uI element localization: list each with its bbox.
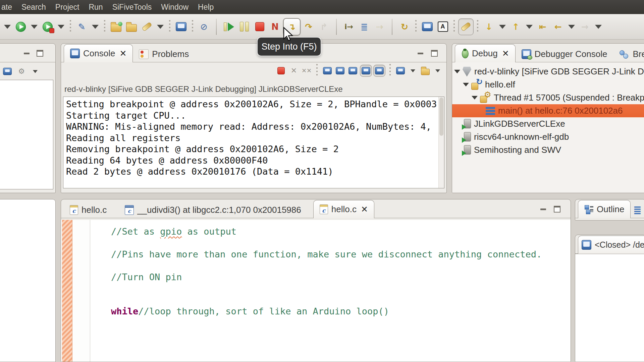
resume-button[interactable] (221, 19, 236, 35)
show-stdout-toggle[interactable] (360, 65, 372, 77)
verbose-mode-toggle[interactable]: A (435, 19, 450, 35)
tab-problems[interactable]: Problems (133, 46, 195, 62)
editor-panel: chello.cc__udivdi3() at libgcc2.c:1,070 … (61, 199, 571, 362)
word-wrap-toggle[interactable] (347, 65, 359, 76)
maximize-button[interactable] (552, 205, 562, 214)
menu-item-window[interactable]: Window (156, 3, 193, 12)
debug-tree-row[interactable]: riscv64-unknown-elf-gdb (452, 130, 644, 143)
close-tab-icon[interactable]: ✕ (361, 204, 368, 214)
run-dropdown[interactable] (29, 19, 40, 35)
open-console-view-button[interactable] (174, 19, 189, 35)
minimize-button[interactable] (21, 49, 32, 58)
menu-item-ate[interactable]: ate (1, 3, 17, 12)
tab-terminal[interactable]: <Closed> /de (578, 236, 644, 254)
previous-annotation-button[interactable]: ↑ (508, 19, 523, 35)
remove-launch-button[interactable]: ✕ (288, 65, 300, 76)
terminal-content[interactable] (575, 254, 644, 362)
separator (392, 19, 392, 35)
sort-icon[interactable]: ≣ (633, 204, 642, 216)
step-over-button-icon: ↷ (305, 22, 312, 31)
close-tab-icon[interactable]: ✕ (502, 49, 509, 58)
code-line (111, 283, 542, 294)
previous-annotation-dropdown[interactable] (524, 19, 535, 35)
next-annotation-button[interactable]: ↓ (482, 19, 496, 35)
run-button[interactable] (13, 19, 28, 35)
new-launch-config-button[interactable]: ✎ (74, 19, 89, 35)
back-dropdown[interactable] (566, 19, 577, 35)
restart-button[interactable]: ↻ (397, 19, 412, 35)
step-return-button[interactable]: ↱ (317, 19, 331, 35)
flashlight-button[interactable] (140, 19, 154, 35)
display-selected-console-button[interactable] (395, 65, 406, 76)
scroll-lock-toggle[interactable] (334, 65, 346, 76)
debug-tree-row[interactable]: red-v-blinky [SiFive GDB SEGGER J-Link D… (452, 65, 644, 78)
launch-config-dropdown[interactable] (90, 19, 101, 35)
left-view-icon-1[interactable] (2, 66, 13, 77)
console-scrollbar[interactable] (438, 97, 444, 188)
suspend-button[interactable] (237, 19, 252, 35)
skip-all-breakpoints-toggle[interactable]: ⊘ (197, 19, 211, 35)
tab-hello-c-active[interactable]: chello.c✕ (313, 200, 374, 218)
forward-dropdown[interactable] (593, 19, 604, 35)
code-editor[interactable]: metal_gpio_disable_input(led0, 5); //Set… (61, 220, 571, 362)
remove-all-launches-button[interactable]: ✕✕ (301, 65, 312, 76)
debug-tree-row[interactable]: Semihosting and SWV (452, 143, 644, 157)
debug-tree-row[interactable]: main() at hello.c:76 0x200102a6 (452, 104, 644, 117)
left-view-menu-dropdown[interactable] (30, 66, 41, 77)
expand-arrow-icon[interactable] (463, 83, 469, 86)
close-tab-icon[interactable]: ✕ (119, 49, 126, 58)
tab-debugger-console[interactable]: Debugger Console (516, 46, 613, 62)
open-console-dropdown[interactable] (432, 65, 443, 76)
menu-item-sifivetools[interactable]: SiFiveTools (108, 3, 157, 12)
debug-button[interactable] (40, 19, 55, 35)
left-bottom-panel[interactable] (0, 199, 56, 362)
expand-arrow-icon[interactable] (454, 70, 460, 73)
tab-breakpoints[interactable]: Bre (613, 46, 644, 62)
last-edit-location-button[interactable]: ⇤ (535, 19, 550, 35)
expand-arrow-icon[interactable] (472, 96, 478, 100)
left-view-icon-1-icon (3, 68, 12, 75)
step-over-button[interactable]: ↷ (301, 19, 316, 35)
minimize-button[interactable] (415, 49, 426, 58)
instruction-stepping-toggle[interactable]: ≣ (357, 19, 372, 35)
next-annotation-dropdown[interactable] (497, 19, 508, 35)
tab-outline[interactable]: Outline (578, 200, 631, 218)
tab-udivdi3[interactable]: c__udivdi3() at libgcc2.c:1,070 0x200159… (119, 202, 307, 218)
maximize-button[interactable] (35, 49, 45, 58)
instruction-step-button[interactable]: i→ (341, 19, 356, 35)
terminate-console-button[interactable] (275, 65, 287, 76)
flashlight-dropdown[interactable] (155, 19, 166, 35)
debug-tree-row[interactable]: hello.elf (452, 78, 644, 91)
tab-hello-c-1[interactable]: chello.c (64, 202, 113, 218)
use-step-filters-toggle[interactable]: ⇢ (372, 19, 387, 35)
highlight-toggle-button[interactable] (458, 18, 474, 35)
forward-button[interactable]: → (578, 19, 592, 35)
menu-item-help[interactable]: Help (193, 3, 218, 12)
debug-tree-row[interactable]: Thread #1 57005 (Suspended : Breakpo (452, 91, 644, 104)
menu-item-run[interactable]: Run (84, 3, 107, 12)
pin-console-toggle[interactable] (373, 65, 385, 77)
new-wizard-dropdown[interactable] (2, 19, 13, 35)
open-project-button[interactable] (124, 19, 139, 35)
debug-tree-row[interactable]: JLinkGDBServerCLExe (452, 117, 644, 130)
tab-console[interactable]: Console✕ (64, 44, 133, 62)
menu-item-project[interactable]: Project (51, 3, 84, 12)
open-run-config-button[interactable] (109, 19, 123, 35)
menu-item-search[interactable]: Search (17, 3, 51, 12)
minimize-button[interactable] (538, 205, 548, 214)
maximize-button[interactable] (429, 49, 440, 58)
terminate-button[interactable] (252, 19, 267, 35)
display-console-dropdown[interactable] (408, 65, 418, 76)
new-console-button[interactable] (420, 19, 435, 35)
previous-annotation-dropdown-icon (526, 25, 533, 29)
code-text[interactable]: metal_gpio_disable_input(led0, 5); //Set… (111, 220, 542, 317)
disconnect-button[interactable]: N (268, 19, 282, 35)
left-view-content[interactable] (0, 80, 53, 189)
clear-console-button[interactable] (322, 65, 333, 76)
back-button[interactable]: ← (551, 19, 566, 35)
left-view-icon-2[interactable]: ⚙ (16, 66, 27, 77)
debug-dropdown[interactable] (56, 19, 66, 35)
open-console-button[interactable] (420, 65, 431, 76)
console-output[interactable]: Setting breakpoint @ address 0x200102A6,… (63, 97, 444, 188)
tab-debug[interactable]: Debug✕ (455, 44, 516, 62)
